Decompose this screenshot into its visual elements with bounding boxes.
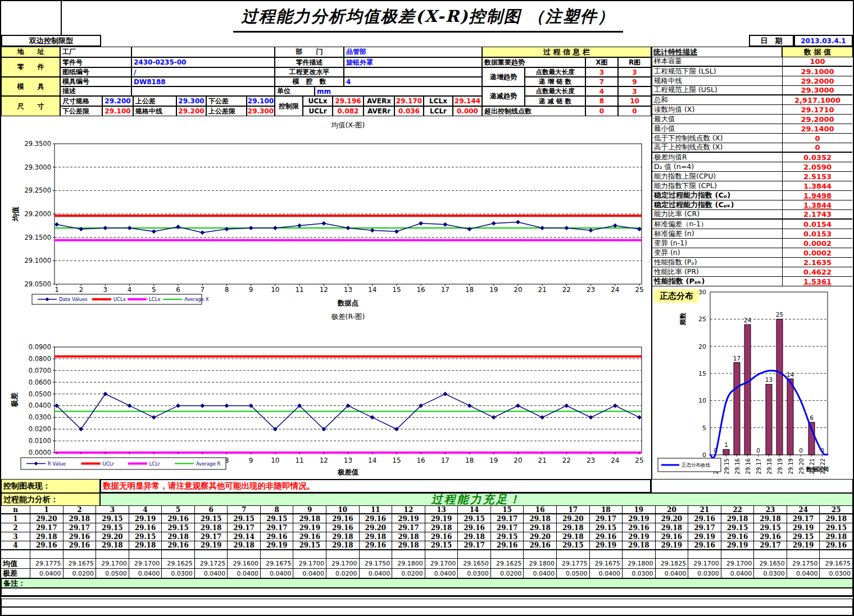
cell[interactable]: 29.1700 [129, 559, 162, 569]
stat-value[interactable]: 29.3000 [782, 86, 852, 94]
stat-value[interactable]: 29.2000 [782, 115, 852, 124]
inc-max-r[interactable]: 3 [618, 67, 651, 77]
cell[interactable] [129, 550, 162, 559]
cell[interactable] [524, 550, 557, 559]
cell[interactable]: 29.18 [293, 514, 326, 523]
factory-value[interactable] [131, 47, 275, 57]
cell[interactable]: 29.1700 [425, 559, 458, 569]
cell[interactable]: 0.0400 [228, 569, 261, 579]
dec-max-x[interactable]: 4 [585, 86, 618, 96]
cell[interactable]: 29.15 [820, 523, 853, 532]
stat-value[interactable]: 0.0002 [782, 248, 852, 257]
cell[interactable]: 0.0500 [96, 569, 129, 579]
cell[interactable] [458, 550, 491, 559]
cell[interactable]: 0.0400 [656, 569, 689, 579]
cell[interactable]: 0.0200 [392, 569, 425, 579]
cell[interactable]: 29.1700 [721, 559, 755, 569]
cell[interactable]: 0.0400 [425, 569, 458, 579]
remark-input-row[interactable] [1, 588, 853, 597]
cell[interactable]: 29.15 [425, 541, 458, 550]
cell[interactable]: 29.18 [557, 532, 590, 541]
cell[interactable]: 29.16 [30, 541, 63, 550]
cell[interactable]: 29.17 [754, 541, 787, 550]
footer-row-2[interactable] [1, 607, 853, 615]
cell[interactable]: 0.0500 [557, 569, 590, 579]
cell[interactable]: 29.1775 [557, 559, 590, 569]
stat-value[interactable]: 2.1743 [782, 210, 852, 218]
cell[interactable]: 29.18 [96, 541, 129, 550]
stat-value[interactable]: 2,917.1000 [782, 95, 852, 104]
cell[interactable] [228, 550, 261, 559]
cell[interactable]: 29.18 [656, 523, 689, 532]
cell[interactable]: 29.19 [590, 541, 623, 550]
cell[interactable]: 29.1675 [820, 559, 853, 569]
cell[interactable]: 29.16 [326, 523, 360, 532]
upper-tol-value[interactable]: 29.300 [176, 96, 206, 106]
cell[interactable] [293, 550, 326, 559]
cell[interactable]: 29.15 [557, 541, 590, 550]
cell[interactable] [360, 550, 393, 559]
cell[interactable]: 29.1800 [392, 559, 425, 569]
lclx-value[interactable]: 29.144 [453, 96, 482, 106]
cell[interactable]: 29.19 [425, 514, 458, 523]
cell[interactable]: 29.16 [360, 541, 393, 550]
cell[interactable]: 29.18 [392, 541, 425, 550]
cell[interactable]: 29.19 [721, 541, 755, 550]
stat-value[interactable]: 0 [782, 143, 852, 152]
cell[interactable]: 0.0200 [491, 569, 524, 579]
lclr-value[interactable]: 0.000 [453, 106, 482, 116]
cell[interactable]: 29.17 [590, 514, 623, 523]
stat-value[interactable]: 29.1400 [782, 124, 852, 133]
cell[interactable]: 29.19 [195, 541, 228, 550]
stat-value[interactable]: 2.1635 [782, 258, 852, 267]
cell[interactable]: 29.18 [425, 523, 458, 532]
cell[interactable] [688, 550, 721, 559]
cell[interactable]: 29.20 [360, 523, 393, 532]
cell[interactable]: 29.20 [30, 514, 63, 523]
cell[interactable]: 29.16 [162, 514, 195, 523]
cell[interactable]: 29.15 [787, 532, 820, 541]
cell[interactable]: 29.18 [721, 514, 755, 523]
cell[interactable] [63, 550, 97, 559]
cell[interactable]: 29.16 [326, 514, 360, 523]
cell[interactable]: 29.16 [63, 541, 97, 550]
part-desc-value[interactable]: 旋钮外罩 [344, 57, 482, 67]
cell[interactable]: 29.18 [820, 514, 853, 523]
cell[interactable]: 29.18 [820, 532, 853, 541]
cell[interactable]: 29.20 [656, 514, 689, 523]
cell[interactable]: 29.15 [491, 532, 524, 541]
stat-value[interactable]: 0.4622 [782, 267, 852, 276]
cell[interactable]: 29.16 [293, 532, 326, 541]
cell[interactable]: 29.17 [392, 523, 425, 532]
cell[interactable]: 29.20 [524, 532, 557, 541]
cell[interactable]: 29.1650 [458, 559, 491, 569]
cell[interactable]: 29.18 [524, 523, 557, 532]
cell[interactable] [721, 550, 755, 559]
cell[interactable]: 29.15 [293, 541, 326, 550]
upper-lim-value[interactable]: 29.300 [247, 106, 275, 116]
cell[interactable]: 29.16 [129, 523, 162, 532]
stat-value[interactable]: 0 [782, 134, 852, 143]
cell[interactable]: 29.15 [96, 514, 129, 523]
cell[interactable]: 29.19 [688, 532, 721, 541]
cell[interactable]: 29.19 [656, 541, 689, 550]
cell[interactable]: 29.16 [425, 532, 458, 541]
cell[interactable]: 0.0300 [458, 569, 491, 579]
cell[interactable]: 29.19 [261, 541, 294, 550]
cell[interactable]: 29.17 [30, 523, 63, 532]
cell[interactable]: 29.17 [261, 523, 294, 532]
cell[interactable]: 29.1700 [326, 559, 360, 569]
cell[interactable]: 0.0200 [326, 569, 360, 579]
cell[interactable]: 29.16 [754, 532, 787, 541]
cell[interactable]: 29.1625 [491, 559, 524, 569]
cavity-value[interactable]: 4 [344, 77, 482, 86]
cell[interactable]: 29.15 [162, 523, 195, 532]
cell[interactable]: 29.19 [787, 523, 820, 532]
cell[interactable]: 29.1800 [524, 559, 557, 569]
cell[interactable]: 29.16 [162, 541, 195, 550]
cell[interactable]: 29.16 [360, 514, 393, 523]
stat-value[interactable]: 1.3844 [782, 200, 852, 209]
stat-value[interactable]: 2.5153 [782, 172, 852, 181]
cell[interactable]: 0.0300 [623, 569, 656, 579]
chart-performance-text[interactable]: 数据无明显异常，请注意观察其他可能出现的非随即情况。 [100, 479, 651, 493]
